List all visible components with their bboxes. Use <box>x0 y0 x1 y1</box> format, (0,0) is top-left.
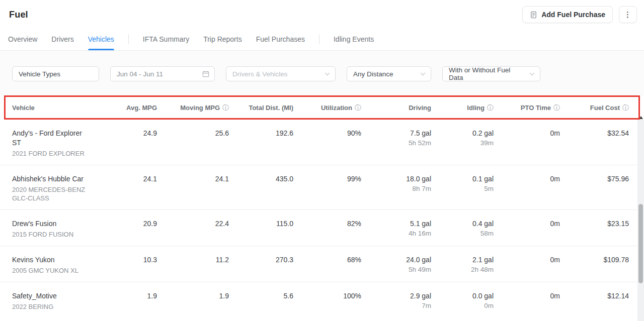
moving-mpg-cell: 24.1 <box>157 174 229 202</box>
chevron-down-icon <box>325 72 330 76</box>
column-header-total-dist[interactable]: Total Dist. (MI) <box>229 104 293 112</box>
total-dist-cell: 435.0 <box>229 174 293 202</box>
tab-ifta-summary[interactable]: IFTA Summary <box>143 29 189 50</box>
distance-filter-value: Any Distance <box>353 70 393 78</box>
vehicle-types-filter-label: Vehicle Types <box>19 70 60 78</box>
vertical-scrollbar[interactable] <box>637 120 644 321</box>
page-title: Fuel <box>9 10 28 20</box>
table-row[interactable]: Safety_Motive2022 BERING1.91.95.6100%2.9… <box>0 282 644 318</box>
column-header-fuel-cost[interactable]: Fuel Costⓘ <box>560 104 629 112</box>
vehicle-types-filter[interactable]: Vehicle Types <box>12 66 99 81</box>
driving-fuel-value: 5.1 gal <box>361 219 431 229</box>
driving-time-value: 8h 7m <box>361 184 431 193</box>
utilization-cell: 82% <box>293 219 361 239</box>
driving-fuel-value: 7.5 gal <box>361 129 431 138</box>
idling-fuel-value: 0.0 gal <box>431 291 494 301</box>
vehicle-cell[interactable]: Andy's - Ford Explorer ST2021 FORD EXPLO… <box>12 129 97 158</box>
vehicle-cell[interactable]: Kevins Yukon2005 GMC YUKON XL <box>12 255 97 275</box>
vehicle-name[interactable]: Kevins Yukon <box>12 255 92 265</box>
driving-cell: 2.9 gal7m <box>361 291 431 311</box>
scrollbar-thumb[interactable] <box>638 204 643 283</box>
column-header-idling[interactable]: Idlingⓘ <box>431 104 494 112</box>
column-header-label: Moving MPG <box>180 104 220 112</box>
column-header-label: Total Dist. (MI) <box>249 104 293 112</box>
column-header-label: Fuel Cost <box>590 104 620 112</box>
driving-time-value: 5h 52m <box>361 138 431 148</box>
add-fuel-purchase-button[interactable]: Add Fuel Purchase <box>522 6 613 23</box>
table-row[interactable]: Drew's Fusion2015 FORD FUSION20.922.4115… <box>0 209 644 246</box>
moving-mpg-cell: 11.2 <box>157 255 229 275</box>
avg-mpg-cell: 24.1 <box>97 174 157 202</box>
avg-mpg-cell: 1.9 <box>97 291 157 311</box>
tab-vehicles[interactable]: Vehicles <box>88 29 114 50</box>
column-header-utilization[interactable]: Utilizationⓘ <box>293 104 361 112</box>
column-header-label: Utilization <box>321 104 352 112</box>
idling-fuel-value: 2.1 gal <box>431 255 494 265</box>
document-icon <box>530 11 537 19</box>
top-header: Fuel Add Fuel Purchase ⋮ <box>0 0 644 29</box>
tab-divider <box>128 34 129 44</box>
tab-fuel-purchases[interactable]: Fuel Purchases <box>256 29 305 50</box>
driving-cell: 7.5 gal5h 52m <box>361 129 431 158</box>
tab-overview[interactable]: Overview <box>8 29 37 50</box>
total-dist-cell: 5.6 <box>229 291 293 311</box>
info-icon[interactable]: ⓘ <box>622 104 629 111</box>
driving-cell: 5.1 gal4h 16m <box>361 219 431 239</box>
idling-cell: 0.2 gal39m <box>431 129 494 158</box>
table-row[interactable]: Kevins Yukon2005 GMC YUKON XL10.311.2270… <box>0 246 644 282</box>
vehicle-cell[interactable]: Drew's Fusion2015 FORD FUSION <box>12 219 97 239</box>
total-dist-cell: 115.0 <box>229 219 293 239</box>
table-row[interactable]: Abhishek's Hubble Car2020 MERCEDES-BENZ … <box>0 165 644 209</box>
info-icon[interactable]: ⓘ <box>487 104 494 111</box>
column-header-driving[interactable]: Driving <box>361 104 431 112</box>
tab-bar: OverviewDriversVehiclesIFTA SummaryTrip … <box>0 29 644 51</box>
driving-fuel-value: 24.0 gal <box>361 255 431 265</box>
date-range-filter[interactable]: Jun 04 - Jun 11 <box>110 66 215 81</box>
vehicle-cell[interactable]: Abhishek's Hubble Car2020 MERCEDES-BENZ … <box>12 174 97 202</box>
fuel-data-filter[interactable]: With or Without Fuel Data <box>442 66 540 81</box>
idling-cell: 0.4 gal58m <box>431 219 494 239</box>
vehicle-name[interactable]: Drew's Fusion <box>12 219 92 229</box>
vehicle-model: 2005 GMC YUKON XL <box>12 266 93 275</box>
idling-time-value: 5m <box>431 184 494 193</box>
utilization-cell: 100% <box>293 291 361 311</box>
driving-fuel-value: 18.0 gal <box>361 174 431 184</box>
info-icon[interactable]: ⓘ <box>553 104 560 111</box>
vehicle-name[interactable]: Safety_Motive <box>12 291 92 301</box>
vehicle-model: 2021 FORD EXPLORER <box>12 149 93 158</box>
utilization-cell: 68% <box>293 255 361 275</box>
tab-idling-events[interactable]: Idling Events <box>334 29 374 50</box>
idling-time-value: 39m <box>431 138 494 148</box>
table-header-row: VehicleAvg. MPGMoving MPGⓘTotal Dist. (M… <box>0 95 644 120</box>
moving-mpg-cell: 22.4 <box>157 219 229 239</box>
info-icon[interactable]: ⓘ <box>355 104 361 111</box>
scrollbar-up-arrow-icon[interactable] <box>639 116 643 119</box>
tab-drivers[interactable]: Drivers <box>51 29 73 50</box>
fuel-cost-cell: $32.54 <box>560 129 629 158</box>
idling-time-value: 0m <box>431 301 494 310</box>
column-header-moving-mpg[interactable]: Moving MPGⓘ <box>157 104 229 112</box>
tab-divider <box>319 34 319 44</box>
pto-time-cell: 0m <box>494 255 560 275</box>
column-header-avg-mpg[interactable]: Avg. MPG <box>97 104 157 112</box>
fuel-cost-cell: $109.78 <box>560 255 629 275</box>
driving-fuel-value: 2.9 gal <box>361 291 431 301</box>
column-header-vehicle[interactable]: Vehicle <box>12 104 97 112</box>
column-header-pto-time[interactable]: PTO Timeⓘ <box>494 104 560 112</box>
filter-bar: Vehicle Types Jun 04 - Jun 11 Drivers & … <box>0 51 644 81</box>
header-actions: Add Fuel Purchase ⋮ <box>522 6 637 23</box>
tab-trip-reports[interactable]: Trip Reports <box>203 29 242 50</box>
vehicle-cell[interactable]: Safety_Motive2022 BERING <box>12 291 97 311</box>
idling-fuel-value: 0.2 gal <box>431 129 494 138</box>
calendar-icon <box>202 70 209 77</box>
drivers-vehicles-filter[interactable]: Drivers & Vehicles <box>226 66 336 81</box>
distance-filter[interactable]: Any Distance <box>347 66 431 81</box>
utilization-cell: 99% <box>293 174 361 202</box>
table-row[interactable]: Andy's - Ford Explorer ST2021 FORD EXPLO… <box>0 120 644 165</box>
vehicle-name[interactable]: Abhishek's Hubble Car <box>12 174 92 184</box>
more-options-button[interactable]: ⋮ <box>619 6 637 23</box>
total-dist-cell: 192.6 <box>229 129 293 158</box>
vehicle-name[interactable]: Andy's - Ford Explorer ST <box>12 129 92 148</box>
avg-mpg-cell: 24.9 <box>97 129 157 158</box>
info-icon[interactable]: ⓘ <box>222 104 229 111</box>
